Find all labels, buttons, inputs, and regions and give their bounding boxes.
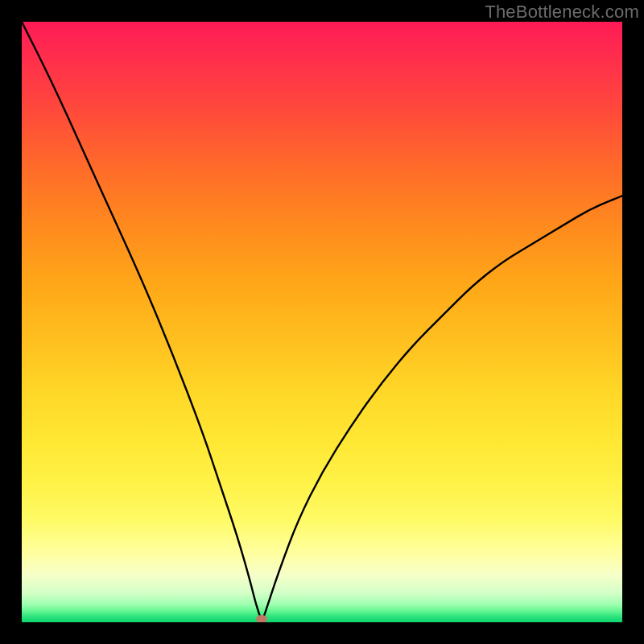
plot-area — [22, 22, 622, 622]
bottleneck-curve — [22, 22, 622, 617]
chart-frame: TheBottleneck.com — [0, 0, 644, 644]
curve-layer — [22, 22, 622, 622]
optimum-marker — [256, 615, 267, 622]
watermark-text: TheBottleneck.com — [485, 2, 639, 23]
